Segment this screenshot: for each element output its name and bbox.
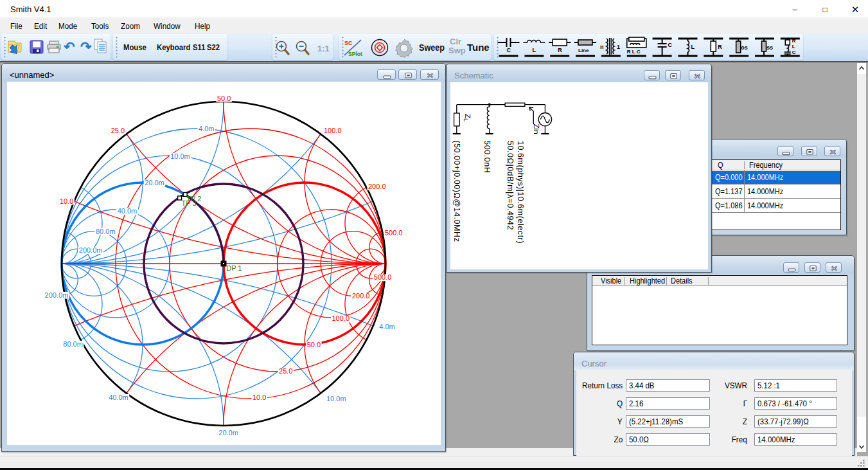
svg-text:20.0m: 20.0m	[218, 429, 238, 437]
svg-text:10.6m(phys)|10.6m(electr): 10.6m(phys)|10.6m(electr)	[516, 141, 525, 244]
svg-text:100.0: 100.0	[324, 127, 342, 134]
svg-text:200.0m: 200.0m	[79, 246, 103, 254]
svg-text:40.0m: 40.0m	[118, 207, 137, 215]
svg-text:4.0m: 4.0m	[199, 125, 214, 132]
svg-text:10.0: 10.0	[60, 197, 73, 205]
svg-text:500.0: 500.0	[374, 273, 392, 281]
svg-text:C: C	[668, 42, 673, 48]
svg-text:ZL: ZL	[463, 114, 472, 122]
svg-text:R: R	[718, 44, 722, 50]
svg-text:L: L	[792, 44, 795, 50]
svg-text:500.0nH: 500.0nH	[483, 140, 492, 173]
svg-text:C: C	[792, 50, 796, 55]
svg-text:L: L	[691, 44, 695, 50]
svg-text:10.0m: 10.0m	[170, 152, 190, 160]
svg-text:Line: Line	[578, 48, 589, 53]
svg-text:1: 1	[617, 44, 620, 50]
svg-text:200.0m: 200.0m	[45, 291, 69, 299]
svg-text:50.0: 50.0	[307, 341, 321, 348]
svg-text:80.0m: 80.0m	[63, 340, 83, 348]
svg-text:R: R	[558, 47, 562, 53]
svg-text:25.0: 25.0	[111, 127, 125, 134]
svg-text:n: n	[600, 44, 604, 50]
svg-text:4.0m: 4.0m	[379, 323, 394, 330]
svg-text:200.0: 200.0	[368, 183, 386, 190]
svg-text:Zin: Zin	[533, 124, 540, 134]
svg-text:20.0m: 20.0m	[145, 179, 164, 186]
svg-text:10.0: 10.0	[252, 393, 266, 401]
svg-text:DP 1: DP 1	[226, 264, 242, 272]
svg-text:R L C: R L C	[627, 49, 641, 55]
svg-text:80.0m: 80.0m	[96, 228, 116, 235]
svg-text:50.0Ω|0dB/m|λ=0.4942: 50.0Ω|0dB/m|λ=0.4942	[506, 141, 515, 230]
svg-text:50.0: 50.0	[217, 95, 231, 102]
svg-text:SC: SC	[344, 40, 353, 46]
svg-text:(50.00+j0.00)Ω@14.0MHz: (50.00+j0.00)Ω@14.0MHz	[452, 140, 461, 242]
svg-text:os: os	[741, 44, 748, 51]
svg-text:ss: ss	[766, 44, 773, 51]
svg-text:200.0: 200.0	[352, 292, 370, 300]
svg-text:C: C	[507, 47, 511, 53]
svg-text:500.0: 500.0	[385, 229, 403, 237]
svg-text:40.0m: 40.0m	[109, 393, 128, 401]
svg-text:100.0: 100.0	[332, 314, 350, 322]
svg-text:10.0m: 10.0m	[326, 395, 346, 402]
svg-text:25.0: 25.0	[279, 367, 292, 375]
svg-text:L: L	[532, 47, 536, 53]
svg-text:SPlot: SPlot	[348, 51, 362, 57]
svg-text:TP 3: TP 3	[182, 199, 197, 207]
svg-text:R: R	[792, 38, 796, 44]
